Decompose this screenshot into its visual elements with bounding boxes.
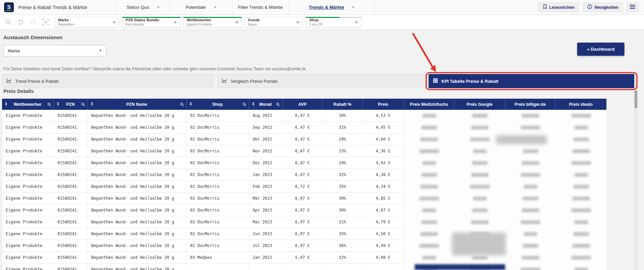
column-header-monat[interactable]: Monat xyxy=(249,99,283,110)
close-icon[interactable]: ✕ xyxy=(232,20,238,25)
cell-preis[interactable]: 4,36 € xyxy=(363,145,404,157)
column-header-wettbewerber[interactable]: Wettbewerber xyxy=(2,99,54,110)
cell-rabatt[interactable]: 30% xyxy=(323,193,363,204)
cell-preis[interactable]: 4,85 € xyxy=(363,193,404,204)
cell-rabatt[interactable]: 30% xyxy=(323,110,363,122)
column-header-preis-medizinfuchs[interactable]: Preis Medizinfuchs xyxy=(404,99,454,110)
cell-preis[interactable]: 4,34 € xyxy=(363,181,404,193)
cell-avp[interactable]: 6,47 € xyxy=(283,110,323,122)
cell-rabatt[interactable]: 35% xyxy=(323,181,363,193)
cell-rabatt[interactable] xyxy=(323,264,363,270)
cell-wettbewerber[interactable]: Eigene Produkte xyxy=(2,157,54,169)
tab-trend-preise-rabatt[interactable]: Trend Preise & Rabatt xyxy=(2,74,213,88)
cell-pzn-name[interactable]: Bepanthen Wund- und Heilsalbe 20 g xyxy=(88,133,187,145)
column-header-preis-idealo[interactable]: Preis idealo xyxy=(556,99,607,110)
close-icon[interactable]: ✕ xyxy=(293,20,300,25)
column-header-preis-billiger-de[interactable]: Preis billiger.de xyxy=(505,99,556,110)
column-header-avp[interactable]: AVP xyxy=(283,99,323,110)
nav-trends-maerkte[interactable]: Trends & Märkte ▾ xyxy=(288,0,375,15)
cell-wettbewerber[interactable]: Eigene Produkte xyxy=(2,193,54,204)
nav-potentiale[interactable]: Potentiale ▾ xyxy=(169,0,232,15)
cell-shop[interactable]: 02 DocMorris xyxy=(187,193,249,204)
step-back-selections-icon[interactable] xyxy=(17,18,25,26)
app-logo-icon[interactable]: S xyxy=(4,2,14,12)
cell-monat[interactable]: Jun 2023 xyxy=(249,228,283,240)
cell-avp[interactable]: 5,97 € xyxy=(283,252,323,264)
cell-avp[interactable]: 6,72 € xyxy=(283,181,323,193)
dimension-dropdown[interactable]: Marke ▼ xyxy=(3,45,106,56)
cell-pzn-name[interactable]: Bepanthen Wund- und Heilsalbe 20 g xyxy=(88,169,187,181)
cell-wettbewerber[interactable]: Eigene Produkte xyxy=(2,228,54,240)
search-icon[interactable] xyxy=(47,102,51,106)
column-header-pzn[interactable]: PZN xyxy=(54,99,88,110)
cell-preis[interactable]: 4,49 € xyxy=(363,240,404,252)
step-forward-selections-icon[interactable] xyxy=(29,18,37,26)
column-header-preis[interactable]: Preis xyxy=(363,99,404,110)
cell-pzn-name[interactable]: Bepanthen Wund- und Heilsalbe 20 g xyxy=(88,204,187,216)
dashboard-button[interactable]: « Dashboard xyxy=(577,43,624,56)
cell-avp[interactable]: 6,47 € xyxy=(283,122,323,133)
cell-monat[interactable]: Sep 2022 xyxy=(249,122,283,133)
cell-pzn-name[interactable]: Bepanthen Wund- und Heilsalbe 20 g xyxy=(88,110,187,122)
cell-avp[interactable]: 6,97 € xyxy=(283,228,323,240)
cell-wettbewerber[interactable]: Eigene Produkte xyxy=(2,181,54,193)
column-header-pzn-name[interactable]: PZN Name xyxy=(88,99,187,110)
cell-rabatt[interactable]: 33% xyxy=(323,145,363,157)
cell-monat[interactable]: Mai 2023 xyxy=(249,216,283,228)
cell-shop[interactable]: 02 DocMorris xyxy=(187,216,249,228)
cell-wettbewerber[interactable]: Eigene Produkte xyxy=(2,145,54,157)
cell-monat[interactable]: Jan 2022 xyxy=(249,252,283,264)
cell-pzn-name[interactable]: Bepanthen Wund- und Heilsalbe 20 g xyxy=(88,252,187,264)
search-icon[interactable] xyxy=(81,102,85,106)
cell-rabatt[interactable]: 32% xyxy=(323,169,363,181)
tab-kpi-tabelle-preise-rabatt[interactable]: KPI Tabelle Preise & Rabatt xyxy=(429,74,635,88)
cell-pzn-name[interactable]: Bepanthen Wund- und Heilsalbe 20 g xyxy=(88,145,187,157)
news-button[interactable]: Neuigkeiten xyxy=(583,2,623,12)
cell-shop[interactable]: 02 DocMorris xyxy=(187,145,249,157)
tab-vergleich-preise-portale[interactable]: Vergleich Preise Portale xyxy=(217,74,427,88)
pin-icon[interactable] xyxy=(56,102,60,106)
cell-avp[interactable]: 6,97 € xyxy=(283,240,323,252)
cell-preis[interactable] xyxy=(363,264,404,270)
cell-preis[interactable]: 4,08 € xyxy=(363,252,404,264)
cell-rabatt[interactable]: 31% xyxy=(323,122,363,133)
selections-tool-icon[interactable] xyxy=(42,18,50,26)
cell-pzn[interactable]: 01580241 xyxy=(54,240,88,252)
filter-chip-shop[interactable]: Shop 5 von 28 ✕ xyxy=(306,17,362,28)
cell-wettbewerber[interactable]: Eigene Produkte xyxy=(2,169,54,181)
cell-rabatt[interactable]: 36% xyxy=(323,240,363,252)
cell-preis[interactable]: 4,60 € xyxy=(363,133,404,145)
cell-shop[interactable] xyxy=(187,264,249,270)
pin-icon[interactable] xyxy=(189,102,192,106)
cell-pzn-name[interactable]: Bepanthen Wund- und Heilsalbe 20 g xyxy=(88,122,187,133)
cell-shop[interactable]: 02 DocMorris xyxy=(187,133,249,145)
cell-monat[interactable] xyxy=(249,264,283,270)
cell-wettbewerber[interactable]: Eigene Produkte xyxy=(2,204,54,216)
cell-shop[interactable]: 03 Medpex xyxy=(187,252,249,264)
cell-pzn[interactable]: 01580241 xyxy=(54,181,88,193)
cell-wettbewerber[interactable]: Eigene Produkte xyxy=(2,133,54,145)
cell-shop[interactable]: 02 DocMorris xyxy=(187,122,249,133)
close-icon[interactable]: ✕ xyxy=(109,20,116,25)
bookmarks-button[interactable]: Lesezeichen xyxy=(538,2,579,12)
pin-icon[interactable] xyxy=(4,102,8,106)
cell-pzn-name[interactable]: Bepanthen Wund- und Heilsalbe 20 g xyxy=(88,240,187,252)
cell-monat[interactable]: Aug 2022 xyxy=(249,110,283,122)
cell-pzn-name[interactable]: Bepanthen Wund- und Heilsalbe 20 g xyxy=(88,216,187,228)
cell-preis[interactable]: 4,87 € xyxy=(363,204,404,216)
cell-avp[interactable]: 6,47 € xyxy=(283,169,323,181)
cell-rabatt[interactable]: 29% xyxy=(323,133,363,145)
cell-avp[interactable]: 6,97 € xyxy=(283,216,323,228)
cell-preis[interactable]: 4,38 € xyxy=(363,169,404,181)
cell-preis[interactable]: 4,79 € xyxy=(363,216,404,228)
cell-pzn[interactable]: 01580241 xyxy=(54,133,88,145)
cell-wettbewerber[interactable]: Eigene Produkte xyxy=(2,110,54,122)
cell-pzn[interactable]: 01580241 xyxy=(54,110,88,122)
cell-monat[interactable]: Dez 2022 xyxy=(249,157,283,169)
search-icon[interactable] xyxy=(276,102,280,106)
cell-pzn[interactable]: 01580241 xyxy=(54,157,88,169)
cell-rabatt[interactable]: 35% xyxy=(323,228,363,240)
cell-pzn-name[interactable]: Bepanthen Wund- und Heilsalbe 20 g xyxy=(88,193,187,204)
filter-chip-pzn-status-bundle[interactable]: PZN Status Bundle Kein Bundle ✕ xyxy=(122,17,180,28)
cell-monat[interactable]: Nov 2022 xyxy=(249,145,283,157)
